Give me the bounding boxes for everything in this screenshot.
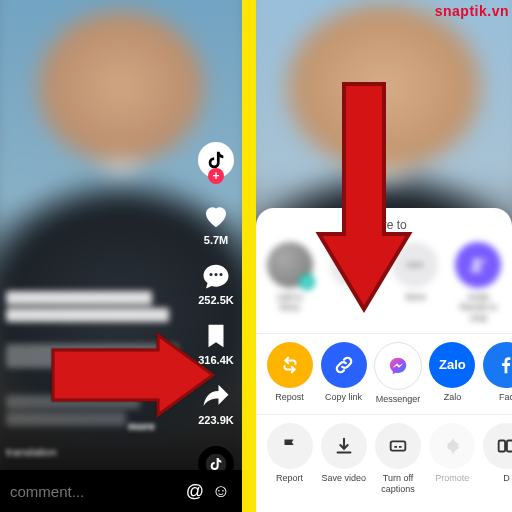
comment-input[interactable] (8, 482, 182, 501)
bookmark-count: 316.4K (198, 354, 233, 366)
share-repost[interactable]: Repost (266, 342, 313, 404)
music-bar[interactable] (6, 344, 178, 368)
svg-point-0 (408, 263, 412, 267)
share-more-contacts[interactable]: More (392, 242, 439, 323)
like-count: 5.7M (204, 234, 228, 246)
share-row-actions: Report Save video Turn off captions Prom… (256, 419, 512, 500)
ellipsis-icon (392, 242, 438, 288)
svg-point-3 (473, 259, 479, 265)
share-copy-link[interactable]: Copy link (320, 342, 367, 404)
share-button[interactable]: 223.9K (198, 380, 233, 426)
bookmark-button[interactable]: 316.4K (198, 320, 233, 366)
separator-1 (256, 333, 512, 334)
caption-more[interactable]: more (128, 420, 155, 432)
comment-bar: @ ☺ (0, 470, 242, 512)
promote-icon (429, 423, 475, 469)
search-icon (330, 242, 376, 288)
svg-rect-7 (507, 441, 512, 452)
messenger-icon (374, 342, 422, 390)
link-icon (321, 342, 367, 388)
captions-icon (375, 423, 421, 469)
tiktok-video-panel: + 5.7M 252.5K 316.4K 223.9K (0, 0, 242, 512)
svg-rect-6 (499, 441, 505, 452)
share-row-contacts: Add to Story More Invite friends to chat (256, 238, 512, 329)
action-duet[interactable]: D (483, 423, 512, 494)
author-avatar[interactable]: + (198, 142, 234, 178)
tutorial-composite: + 5.7M 252.5K 316.4K 223.9K (0, 0, 512, 512)
share-facebook[interactable]: Fac (483, 342, 512, 404)
facebook-icon (483, 342, 512, 388)
action-rail: + 5.7M 252.5K 316.4K 223.9K (198, 142, 234, 482)
heart-icon (200, 200, 232, 232)
share-search[interactable] (329, 242, 376, 323)
share-sheet-title: Share to (256, 218, 512, 238)
invite-friends-icon (455, 242, 501, 288)
share-sheet-panel: snaptik.vn Share to Add to Story More (256, 0, 512, 512)
svg-point-1 (414, 263, 418, 267)
share-add-to-story[interactable]: Add to Story (266, 242, 313, 323)
svg-point-2 (419, 263, 423, 267)
like-button[interactable]: 5.7M (200, 200, 232, 246)
emoji-icon[interactable]: ☺ (208, 481, 234, 502)
action-report[interactable]: Report (266, 423, 313, 494)
add-to-story-icon (267, 242, 313, 288)
svg-rect-5 (391, 442, 406, 451)
zalo-icon: Zalo (429, 342, 475, 388)
translation-label[interactable]: translation (6, 446, 57, 458)
watermark: snaptik.vn (435, 3, 509, 19)
flag-icon (267, 423, 313, 469)
share-messenger[interactable]: Messenger (374, 342, 422, 404)
share-count: 223.9K (198, 414, 233, 426)
duet-icon (483, 423, 512, 469)
action-captions[interactable]: Turn off captions (374, 423, 421, 494)
share-invite-friends[interactable]: Invite friends to chat (455, 242, 502, 323)
separator-2 (256, 414, 512, 415)
action-save-video[interactable]: Save video (320, 423, 367, 494)
bookmark-icon (200, 320, 232, 352)
panel-divider (242, 0, 256, 512)
mention-icon[interactable]: @ (182, 481, 208, 502)
share-icon (200, 380, 232, 412)
download-icon (321, 423, 367, 469)
repost-icon (267, 342, 313, 388)
share-zalo[interactable]: Zalo Zalo (429, 342, 476, 404)
comment-icon (200, 260, 232, 292)
comment-count: 252.5K (198, 294, 233, 306)
share-row-apps: Repost Copy link Messenger Zalo Zalo Fac (256, 338, 512, 410)
caption-line-1 (6, 288, 178, 325)
comment-button[interactable]: 252.5K (198, 260, 233, 306)
svg-point-4 (481, 259, 485, 263)
share-sheet: Share to Add to Story More Invite fri (256, 208, 512, 512)
action-promote[interactable]: Promote (429, 423, 476, 494)
follow-plus-icon[interactable]: + (208, 168, 224, 184)
